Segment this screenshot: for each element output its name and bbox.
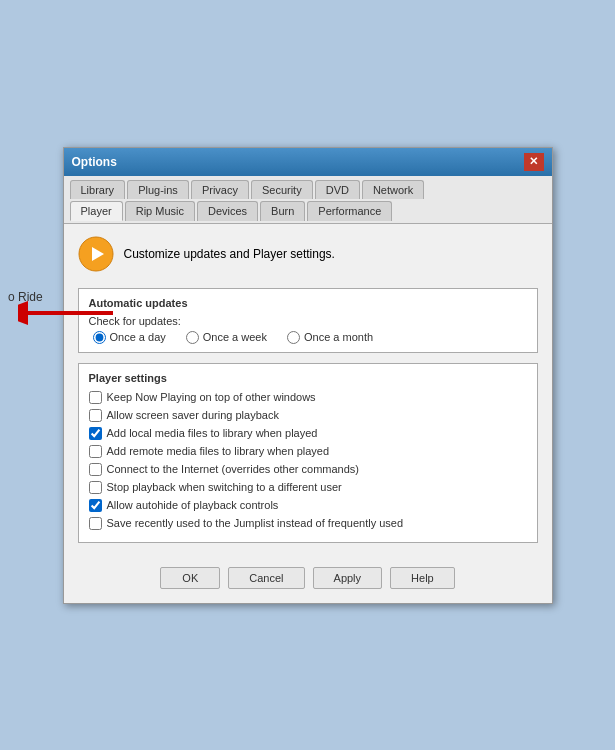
automatic-updates-section: Automatic updates Check for updates: Onc… bbox=[78, 288, 538, 353]
tab-performance[interactable]: Performance bbox=[307, 201, 392, 221]
radio-once-a-day[interactable]: Once a day bbox=[93, 331, 166, 344]
tab-row-1: Library Plug-ins Privacy Security DVD Ne… bbox=[70, 180, 546, 199]
tab-devices[interactable]: Devices bbox=[197, 201, 258, 221]
checkbox-stop-playback-user[interactable]: Stop playback when switching to a differ… bbox=[89, 480, 527, 495]
apply-button[interactable]: Apply bbox=[313, 567, 383, 589]
radio-once-a-week[interactable]: Once a week bbox=[186, 331, 267, 344]
tab-burn[interactable]: Burn bbox=[260, 201, 305, 221]
title-bar: Options ✕ bbox=[64, 148, 552, 176]
player-settings-title: Player settings bbox=[89, 372, 527, 384]
tab-player[interactable]: Player bbox=[70, 201, 123, 221]
checkbox-allow-autohide[interactable]: Allow autohide of playback controls bbox=[89, 498, 527, 513]
tab-network[interactable]: Network bbox=[362, 180, 424, 199]
tab-rip-music[interactable]: Rip Music bbox=[125, 201, 195, 221]
tab-row-2: Player Rip Music Devices Burn Performanc… bbox=[70, 201, 546, 221]
tab-security[interactable]: Security bbox=[251, 180, 313, 199]
tab-plugins[interactable]: Plug-ins bbox=[127, 180, 189, 199]
close-button[interactable]: ✕ bbox=[524, 153, 544, 171]
content-area: Customize updates and Player settings. A… bbox=[64, 224, 552, 555]
cancel-button[interactable]: Cancel bbox=[228, 567, 304, 589]
help-button[interactable]: Help bbox=[390, 567, 455, 589]
header-description: Customize updates and Player settings. bbox=[124, 247, 335, 261]
checkbox-add-local-media[interactable]: Add local media files to library when pl… bbox=[89, 426, 527, 441]
tab-area: Library Plug-ins Privacy Security DVD Ne… bbox=[64, 176, 552, 224]
ok-button[interactable]: OK bbox=[160, 567, 220, 589]
dialog-title: Options bbox=[72, 155, 117, 169]
button-row: OK Cancel Apply Help bbox=[64, 555, 552, 603]
update-frequency-group: Once a day Once a week Once a month bbox=[89, 331, 527, 344]
wmp-icon bbox=[78, 236, 114, 272]
radio-once-a-month[interactable]: Once a month bbox=[287, 331, 373, 344]
player-settings-section: Player settings Keep Now Playing on top … bbox=[78, 363, 538, 543]
checkbox-add-remote-media[interactable]: Add remote media files to library when p… bbox=[89, 444, 527, 459]
tab-privacy[interactable]: Privacy bbox=[191, 180, 249, 199]
header-row: Customize updates and Player settings. bbox=[78, 236, 538, 276]
checkbox-keep-now-playing[interactable]: Keep Now Playing on top of other windows bbox=[89, 390, 527, 405]
check-for-updates-label: Check for updates: bbox=[89, 315, 527, 327]
tab-dvd[interactable]: DVD bbox=[315, 180, 360, 199]
automatic-updates-title: Automatic updates bbox=[89, 297, 527, 309]
checkbox-connect-internet[interactable]: Connect to the Internet (overrides other… bbox=[89, 462, 527, 477]
checkbox-allow-screen-saver[interactable]: Allow screen saver during playback bbox=[89, 408, 527, 423]
options-dialog: Options ✕ Library Plug-ins Privacy Secur… bbox=[63, 147, 553, 604]
tab-library[interactable]: Library bbox=[70, 180, 126, 199]
checkbox-save-jumplist[interactable]: Save recently used to the Jumplist inste… bbox=[89, 516, 527, 531]
